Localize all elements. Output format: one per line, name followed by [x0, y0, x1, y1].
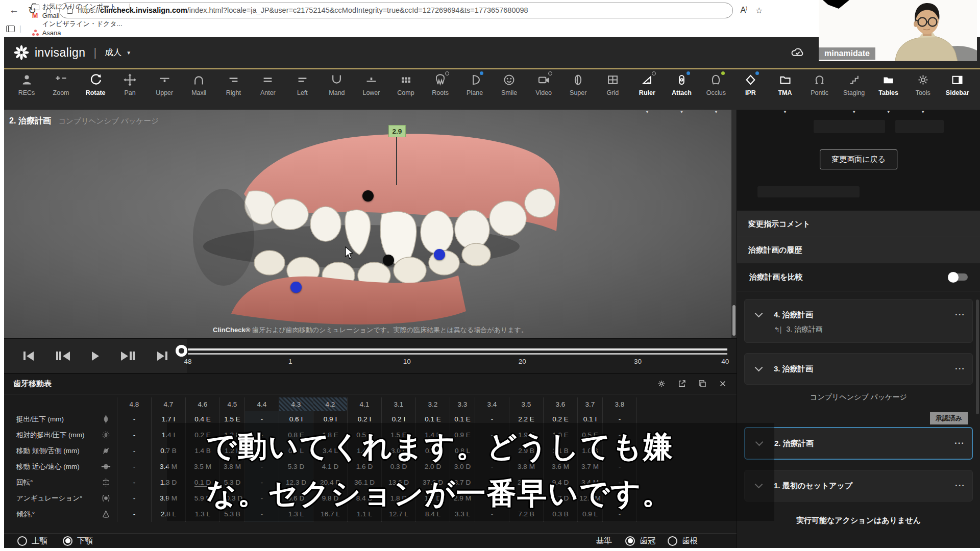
tool-grid[interactable]: Grid: [598, 73, 627, 110]
tool-left[interactable]: Left: [288, 73, 316, 110]
address-bar[interactable]: https://clincheck.invisalign.com/index.h…: [59, 3, 733, 18]
attachment-point-blue-1[interactable]: [290, 282, 302, 293]
tool-attach[interactable]: Attach: [667, 73, 696, 110]
read-aloud-icon[interactable]: A): [740, 6, 747, 15]
tool-caret-icon: [645, 110, 649, 114]
column-header[interactable]: 3.5: [509, 397, 544, 411]
tool-comp[interactable]: Comp: [391, 73, 420, 110]
compare-toggle[interactable]: [949, 273, 968, 281]
tool-anter[interactable]: Anter: [254, 73, 282, 110]
favorite-star-icon[interactable]: ☆: [755, 6, 763, 15]
bookmark-icon: [31, 11, 39, 19]
crown-basis-radio[interactable]: 歯冠: [625, 536, 655, 546]
cloud-sync-icon[interactable]: [790, 45, 805, 58]
table-popout-icon[interactable]: [677, 379, 687, 388]
tool-upper[interactable]: Upper: [150, 73, 179, 110]
tool-right[interactable]: Right: [219, 73, 248, 110]
column-header[interactable]: 3.8: [603, 397, 637, 411]
plan-card-4[interactable]: 4. 治療計画 ··· 3. 治療計画: [744, 299, 973, 343]
patient-type-dropdown[interactable]: 成人▼: [105, 47, 131, 58]
tool-tables[interactable]: Tables: [874, 73, 903, 110]
tool-mand[interactable]: Mand: [323, 73, 351, 110]
status-dot-icon: [307, 71, 311, 75]
timeline-handle[interactable]: [176, 345, 187, 357]
attachment-point-black-1[interactable]: [362, 190, 374, 202]
tool-pan[interactable]: Pan: [116, 73, 144, 110]
card-menu-icon[interactable]: ···: [955, 310, 965, 320]
tool-occlus[interactable]: Occlus: [702, 73, 730, 110]
tool-maxil[interactable]: Maxil: [185, 73, 213, 110]
column-header[interactable]: 4.3: [279, 397, 313, 411]
3d-viewport[interactable]: 2. 治療計画 コンプリヘンシブ パッケージ 2.9 ClinCheck® 歯牙…: [4, 110, 737, 338]
column-header[interactable]: 4.1: [348, 397, 382, 411]
attachment-point-black-2[interactable]: [383, 255, 394, 266]
timeline-track[interactable]: [188, 348, 727, 350]
bookmark-icon: [31, 5, 39, 10]
tool-zoom[interactable]: Zoom: [47, 73, 76, 110]
tool-label: Tables: [878, 89, 898, 96]
upper-jaw-radio[interactable]: 上顎: [17, 536, 47, 546]
skip-to-end-button[interactable]: [157, 352, 168, 361]
sidebar-scrollbar[interactable]: [976, 299, 979, 414]
column-header[interactable]: 3.1: [382, 397, 416, 411]
back-icon[interactable]: ←: [9, 5, 19, 16]
tool-tools[interactable]: Tools: [909, 73, 937, 110]
tool-label: Comp: [397, 89, 414, 96]
column-header[interactable]: 4.7: [152, 397, 186, 411]
tool-tma[interactable]: TMA: [771, 73, 799, 110]
root-basis-radio[interactable]: 歯根: [668, 536, 698, 546]
tool-smile[interactable]: Smile: [495, 73, 524, 110]
table-close-icon[interactable]: [718, 379, 727, 388]
stage-timeline[interactable]: 1 10 20 30 40 48: [178, 347, 727, 368]
card-menu-icon[interactable]: ···: [955, 364, 965, 374]
plan-history-section[interactable]: 治療計画の履歴: [737, 237, 980, 263]
play-button[interactable]: [92, 352, 99, 361]
card-menu-icon[interactable]: ···: [954, 438, 965, 448]
tool-video[interactable]: Video: [529, 73, 558, 110]
tool-roots[interactable]: Roots: [426, 73, 455, 110]
column-header[interactable]: 3.2: [416, 397, 450, 411]
chevron-down-icon[interactable]: [755, 310, 763, 318]
tool-plane[interactable]: Plane: [460, 73, 489, 110]
chevron-down-icon[interactable]: [755, 364, 763, 372]
viewport-scrollbar[interactable]: [731, 110, 737, 338]
skip-to-start-button[interactable]: [23, 352, 34, 361]
attachment-point-blue-2[interactable]: [434, 249, 445, 260]
tool-sidebar[interactable]: Sidebar: [943, 73, 972, 110]
tool-pontic[interactable]: Pontic: [805, 73, 834, 110]
column-header[interactable]: 4.2: [313, 397, 348, 411]
scrollbar-thumb[interactable]: [732, 305, 736, 336]
plan-card-2-selected[interactable]: 2. 治療計画 ···: [744, 427, 973, 460]
column-header[interactable]: 3.6: [544, 397, 578, 411]
bookmark-asana[interactable]: Asana: [31, 29, 131, 37]
bookmark-gmail[interactable]: Gmail: [31, 11, 131, 19]
tool-ipr[interactable]: IPR: [736, 73, 765, 110]
column-header[interactable]: 3.4: [475, 397, 509, 411]
bookmark-import-favorites[interactable]: お気に入りのインポート: [31, 2, 131, 11]
tool-recs[interactable]: RECs: [12, 73, 41, 110]
bookmark-invisalign-doctor[interactable]: インビザライン・ドクタ...: [31, 19, 131, 29]
card-menu-icon[interactable]: ···: [955, 481, 965, 491]
column-header[interactable]: 4.4: [245, 397, 279, 411]
back-to-modification-button[interactable]: 変更画面に戻る: [820, 149, 897, 169]
tool-ruler[interactable]: Ruler: [633, 73, 662, 110]
plan-card-1[interactable]: 1. 最初のセットアップ ···: [744, 470, 973, 502]
lower-jaw-radio[interactable]: 下顎: [63, 536, 93, 546]
step-forward-button[interactable]: [121, 352, 135, 361]
column-header[interactable]: 4.5: [220, 397, 245, 411]
tool-super[interactable]: Super: [564, 73, 593, 110]
tool-lower[interactable]: Lower: [357, 73, 385, 110]
column-header[interactable]: 4.8: [117, 397, 152, 411]
tool-staging[interactable]: Staging: [840, 73, 868, 110]
tool-rotate[interactable]: Rotate: [81, 73, 110, 110]
step-back-button[interactable]: [56, 352, 70, 361]
column-header[interactable]: 3.7: [578, 397, 603, 411]
tab-panel-icon[interactable]: [6, 26, 15, 32]
column-header[interactable]: 4.6: [186, 397, 220, 411]
column-header[interactable]: 3.3: [450, 397, 475, 411]
plan-card-3[interactable]: 3. 治療計画 ···: [744, 353, 973, 385]
modification-comments-section[interactable]: 変更指示コメント: [737, 211, 980, 237]
table-copy-icon[interactable]: [698, 379, 707, 388]
table-settings-gear-icon[interactable]: [657, 379, 666, 388]
tool-label: Grid: [606, 89, 619, 96]
